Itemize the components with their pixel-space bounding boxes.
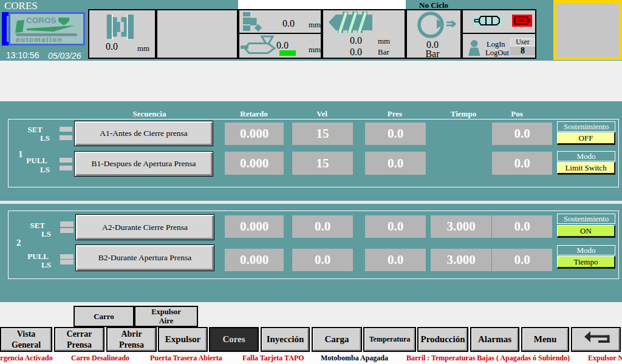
- svg-text:automation: automation: [16, 36, 63, 43]
